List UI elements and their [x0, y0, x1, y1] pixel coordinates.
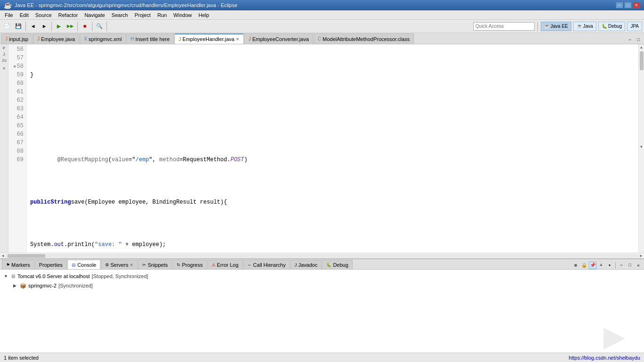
project-status: [Synchronized]: [58, 283, 93, 288]
tab-springmvc-xml[interactable]: X springmvc.xml: [80, 33, 126, 44]
perspective-java[interactable]: ☕ Java: [573, 22, 596, 31]
line-num-56: 56: [8, 45, 24, 54]
tab-employee-converter[interactable]: J EmployeeConverter.java: [244, 33, 313, 44]
perspective-java-ee[interactable]: ☕ Java EE: [541, 22, 571, 31]
debug-run-button[interactable]: ▶▶: [65, 21, 75, 32]
search-btn[interactable]: 🔍: [94, 21, 105, 32]
h-scroll-track[interactable]: [6, 254, 638, 258]
servers-close[interactable]: ✕: [130, 263, 133, 267]
scroll-down-arrow[interactable]: ▼: [640, 145, 643, 149]
tab-properties[interactable]: Properties: [35, 260, 67, 269]
tab-insert-title[interactable]: H Insert title here: [126, 33, 174, 44]
server-row[interactable]: ▼ 🖥 Tomcat v6.0 Server at localhost [Sto…: [4, 272, 640, 281]
xml-file-icon: X: [84, 36, 87, 41]
server-collapse-icon[interactable]: ▼: [4, 274, 8, 279]
line-num-62: 62: [8, 96, 24, 105]
toolbar-sep-2: [51, 22, 52, 31]
menu-source[interactable]: Source: [33, 12, 55, 18]
console-scroll-lock[interactable]: 🔒: [580, 262, 588, 269]
vertical-scrollbar[interactable]: ▲ ▼: [638, 44, 644, 253]
active-tab-close[interactable]: ✕: [236, 37, 239, 41]
code-line-57: [30, 113, 638, 122]
console-display-options[interactable]: ▾: [606, 262, 613, 269]
tab-debug-view[interactable]: 🐛 Debug: [322, 260, 352, 269]
scroll-thumb[interactable]: [640, 51, 644, 70]
forward-button[interactable]: ▶: [39, 21, 50, 32]
code-content[interactable]: } @RequestMapping(value="/emp", method=R…: [26, 44, 638, 253]
menu-window[interactable]: Window: [171, 12, 195, 18]
tab-input-jsp[interactable]: J input.jsp: [1, 33, 33, 44]
perspective-debug[interactable]: 🐛 Debug: [598, 22, 625, 31]
panel-minimize-button[interactable]: ─: [618, 262, 625, 269]
h-scroll-thumb[interactable]: [8, 254, 45, 258]
java-label: Java: [583, 24, 593, 29]
tab-error-log[interactable]: ⚠ Error Log: [207, 260, 243, 269]
scroll-up-arrow[interactable]: ▲: [640, 45, 643, 49]
tab-servers[interactable]: ⚙ Servers ✕: [101, 260, 138, 269]
maximize-button[interactable]: □: [624, 2, 632, 8]
console-new-button[interactable]: +: [597, 262, 605, 269]
editor-section: J input.jsp J Employee.java X springmvc.…: [0, 33, 644, 258]
server-status: [Stopped, Synchronized]: [91, 273, 148, 279]
menu-navigate[interactable]: Navigate: [82, 12, 107, 18]
back-button[interactable]: ◀: [28, 21, 38, 32]
h-scroll-right[interactable]: ▶: [638, 254, 644, 258]
debug-view-label: Debug: [333, 262, 348, 268]
javadoc-label: Javadoc: [298, 262, 317, 268]
javadoc-icon: J: [295, 263, 297, 267]
markers-icon: ⚑: [6, 263, 10, 267]
tab-snippets[interactable]: ✂ Snippets: [138, 260, 172, 269]
horizontal-scrollbar[interactable]: ◀ ▶: [0, 253, 644, 258]
stop-button[interactable]: ■: [80, 21, 90, 32]
status-left: 1 item selected: [4, 355, 39, 361]
code-line-56: }: [30, 71, 638, 79]
menu-refactor[interactable]: Refactor: [56, 12, 81, 18]
project-expand-icon[interactable]: ▶: [13, 283, 18, 288]
perspective-jpa[interactable]: JPA: [627, 22, 642, 31]
gutter-icon-3: Ju: [1, 58, 7, 63]
call-hierarchy-icon: ↔: [248, 263, 252, 267]
quick-access-input[interactable]: [473, 22, 535, 31]
console-pin-button[interactable]: 📌: [589, 262, 596, 269]
line-num-61: 61: [8, 88, 24, 96]
tab-label-model-attr: ModelAttributeMethodProcessor.class: [322, 36, 410, 42]
menu-project[interactable]: Project: [132, 12, 153, 18]
tab-model-attr[interactable]: C ModelAttributeMethodProcessor.class: [314, 33, 414, 44]
code-line-58: @RequestMapping(value="/emp", method=Req…: [30, 156, 638, 164]
tab-employee-java[interactable]: J Employee.java: [33, 33, 79, 44]
code-line-60: System.out.println("save: " + employee);: [30, 240, 638, 249]
menu-help[interactable]: Help: [196, 12, 212, 18]
new-button[interactable]: 📄: [2, 21, 12, 32]
jsp-file-icon: J: [5, 36, 8, 41]
tab-javadoc[interactable]: J Javadoc: [290, 260, 322, 269]
minimize-button[interactable]: ─: [616, 2, 623, 8]
menu-run[interactable]: Run: [155, 12, 170, 18]
tab-progress[interactable]: ↻ Progress: [173, 260, 207, 269]
error-log-icon: ⚠: [212, 263, 215, 267]
tab-call-hierarchy[interactable]: ↔ Call Hierarchy: [243, 260, 290, 269]
panel-close-button[interactable]: ✕: [635, 262, 642, 269]
run-button[interactable]: ▶: [54, 21, 64, 32]
project-row[interactable]: ▶ 📦 springmvc-2 [Synchronized]: [4, 281, 640, 290]
tab-console[interactable]: ▤ Console: [67, 260, 100, 269]
maximize-editor-button[interactable]: □: [635, 36, 642, 44]
menu-edit[interactable]: Edit: [17, 12, 32, 18]
tab-label-employee-handler: EmployeeHandler.java: [182, 36, 234, 42]
toolbar-sep-4: [92, 22, 92, 31]
close-button[interactable]: ✕: [633, 2, 640, 8]
menu-search[interactable]: Search: [109, 12, 131, 18]
minimize-editor-button[interactable]: ─: [626, 36, 634, 44]
console-clear-button[interactable]: ⊗: [572, 262, 579, 269]
server-status-icon: 🖥: [10, 273, 16, 279]
panel-maximize-button[interactable]: □: [626, 262, 634, 269]
gutter-icon-1: P: [3, 46, 5, 51]
editor-tabs-bar: J input.jsp J Employee.java X springmvc.…: [0, 33, 644, 44]
line-num-67: 67: [8, 139, 24, 147]
url-link[interactable]: https://blog.csdn.net/shelbaydu: [569, 355, 640, 361]
tab-employee-handler[interactable]: J EmployeeHandler.java ✕: [174, 33, 244, 44]
menu-file[interactable]: File: [2, 12, 16, 18]
tab-markers[interactable]: ⚑ Markers: [2, 260, 34, 269]
save-button[interactable]: 💾: [13, 21, 24, 32]
project-icon: 📦: [20, 283, 26, 289]
h-scroll-left[interactable]: ◀: [0, 254, 6, 258]
